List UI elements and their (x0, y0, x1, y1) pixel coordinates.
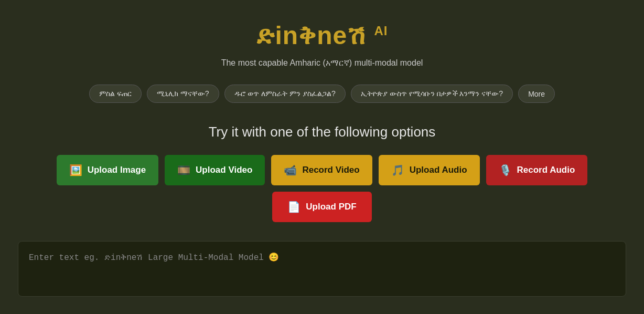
upload-pdf-label: Upload PDF (306, 202, 356, 212)
app-subtitle: The most capable Amharic (አማርኛ) multi-mo… (221, 58, 423, 68)
page-container: ድinቅneሽ AI The most capable Amharic (አማር… (0, 0, 644, 314)
upload-video-label: Upload Video (196, 165, 252, 175)
action-buttons: 🖼️ Upload Image 🎞️ Upload Video 📹 Record… (10, 155, 634, 222)
try-it-heading: Try it with one of the following options (209, 124, 436, 140)
record-audio-icon: 🎙️ (499, 164, 512, 176)
upload-audio-label: Upload Audio (410, 165, 467, 175)
upload-image-button[interactable]: 🖼️ Upload Image (57, 155, 158, 185)
upload-pdf-icon: 📄 (287, 201, 300, 213)
record-video-icon: 📹 (284, 164, 297, 176)
app-title-text: ድinቅneሽ (256, 22, 367, 49)
text-input-area (18, 241, 626, 297)
record-audio-label: Record Audio (517, 165, 575, 175)
pill-msl-ftr[interactable]: ምስል ፍጠር (89, 85, 142, 103)
upload-image-icon: 🖼️ (69, 164, 82, 176)
app-title: ድinቅneሽ AI (256, 21, 388, 51)
record-audio-button[interactable]: 🎙️ Record Audio (486, 155, 588, 185)
upload-image-label: Upload Image (88, 165, 146, 175)
upload-audio-icon: 🎵 (391, 164, 404, 176)
pill-more[interactable]: More (518, 85, 555, 103)
upload-pdf-button[interactable]: 📄 Upload PDF (272, 192, 372, 222)
pill-minilik[interactable]: ሚኒሊክ ማናቸው? (147, 85, 219, 103)
record-video-button[interactable]: 📹 Record Video (271, 155, 372, 185)
suggestion-pills: ምስል ፍጠር ሚኒሊክ ማናቸው? ዱሮ ወጥ ለምስራት ምን ያስፈልጋል… (89, 85, 555, 103)
upload-audio-button[interactable]: 🎵 Upload Audio (379, 155, 480, 185)
text-input[interactable] (29, 252, 615, 284)
pill-ethiopia[interactable]: ኢትዮጵያ ውስጥ የሚሳቡን በታዎች እንማን ናቸው? (351, 85, 513, 103)
upload-video-button[interactable]: 🎞️ Upload Video (165, 155, 265, 185)
record-video-label: Record Video (302, 165, 359, 175)
ai-superscript: AI (374, 24, 388, 38)
upload-video-icon: 🎞️ (177, 164, 190, 176)
pill-duro-wet[interactable]: ዱሮ ወጥ ለምስራት ምን ያስፈልጋል? (224, 85, 346, 103)
